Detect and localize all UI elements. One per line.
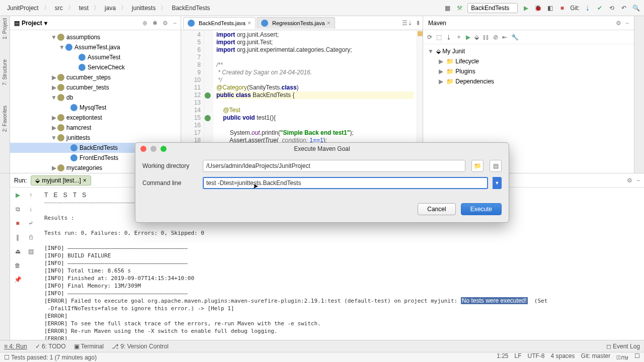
side-tab[interactable]: 7: Structure (2, 59, 8, 85)
breadcrumb-item[interactable]: JunitProject (4, 4, 42, 13)
dialog-titlebar[interactable]: Execute Maven Goal (135, 143, 509, 155)
breadcrumb-item[interactable]: test (76, 4, 92, 13)
tree-item[interactable]: MysqlTest (10, 103, 181, 113)
rerun-icon[interactable]: ▶ (12, 190, 23, 201)
toggle-icon[interactable]: ⫿⫿ (483, 34, 489, 41)
collapse-icon[interactable]: ⇤ (502, 34, 507, 41)
pause-icon[interactable]: ‖ (12, 232, 23, 243)
git-history-icon[interactable]: ⟲ (608, 4, 616, 12)
debug-icon[interactable]: 🐞 (534, 4, 542, 12)
pin-icon[interactable]: 📌 (12, 274, 23, 285)
stop-icon[interactable]: ■ (558, 4, 566, 12)
close-icon[interactable] (140, 146, 146, 152)
status-item[interactable]: UTF-8 (528, 352, 545, 362)
maven-root[interactable]: ▼⬙ My Junit (425, 46, 632, 56)
side-tab[interactable]: 1: Project (2, 18, 8, 39)
gear-icon[interactable]: ⚙ (616, 20, 621, 27)
wrench-icon[interactable]: 🔧 (511, 34, 519, 41)
tree-item[interactable]: ▼junittests (10, 133, 181, 143)
maven-node[interactable]: ▶📁 Lifecycle (425, 56, 632, 66)
tree-item[interactable]: ▼assumptions (10, 32, 181, 42)
hammer-icon[interactable]: ⚒ (455, 4, 463, 12)
command-history-dropdown[interactable]: ▼ (493, 177, 502, 189)
hide-icon[interactable]: − (173, 20, 177, 27)
event-log-tab[interactable]: ◻ Event Log (606, 343, 640, 350)
git-update-icon[interactable]: ⭭ (584, 4, 592, 12)
cancel-button[interactable]: Cancel (418, 203, 455, 215)
editor-dropdown-icon[interactable]: ☰⇣ (402, 20, 413, 27)
execute-icon[interactable]: ⬙ (474, 34, 479, 41)
maven-node[interactable]: ▶📁 Dependencies (425, 76, 632, 86)
bottom-tab[interactable]: ▣ Terminal (74, 343, 104, 350)
left-tool-stripe: 1: Project7: Structure2: Favorites (0, 16, 10, 173)
search-icon[interactable]: 🔍 (632, 4, 640, 12)
project-header: ▤ Project ▾ ⊕ ✱ ⚙ − (10, 16, 181, 30)
wrap-icon[interactable]: ⤶ (25, 218, 36, 229)
tree-item[interactable]: ▼db (10, 93, 181, 103)
tree-item[interactable]: ServiceCheck (10, 62, 181, 72)
gear-icon[interactable]: ⚙ (627, 177, 632, 184)
tree-item[interactable]: ▶cucumber_steps (10, 72, 181, 82)
coverage-icon[interactable]: ◧ (546, 4, 554, 12)
breadcrumb: JunitProject〉src〉test〉java〉junittests〉Ba… (4, 4, 441, 13)
run-icon[interactable]: ▶ (466, 34, 470, 41)
maximize-icon[interactable] (160, 146, 167, 152)
generate-icon[interactable]: ⬚ (436, 34, 442, 41)
right-tool-stripe (634, 16, 644, 173)
target-icon[interactable]: ⊕ (142, 20, 147, 27)
status-item[interactable]: LF (515, 352, 522, 362)
tree-item[interactable]: ▶exceptiontest (10, 113, 181, 123)
editor-tab[interactable]: BackEndTests.java × (183, 17, 256, 29)
tree-item[interactable]: ▼AssumeTest.java (10, 42, 181, 52)
git-revert-icon[interactable]: ↶ (620, 4, 628, 12)
editor-list-icon[interactable]: ⬍ (416, 20, 421, 27)
layout-icon[interactable]: ▦ (443, 4, 451, 12)
bottom-tab[interactable]: ✓ 6: TODO (35, 343, 66, 350)
exit-icon[interactable]: ⏏ (12, 246, 23, 257)
download-icon[interactable]: ⭳ (446, 34, 452, 41)
close-icon[interactable]: × (327, 20, 331, 27)
status-item[interactable]: 1:25 (497, 352, 508, 362)
editor-tab[interactable]: RegressionTests.java × (257, 17, 335, 29)
breadcrumb-item[interactable]: BackEndTests (169, 4, 213, 13)
side-tab[interactable]: 2: Favorites (2, 106, 8, 132)
stop-icon[interactable]: ■ (12, 218, 23, 229)
add-icon[interactable]: ＋ (456, 33, 462, 41)
close-icon[interactable]: × (248, 20, 251, 27)
status-item[interactable]: ☐ (634, 352, 640, 362)
hide-icon[interactable]: − (636, 177, 640, 184)
project-title[interactable]: ▤ Project ▾ (14, 20, 47, 27)
maven-node[interactable]: ▶📁 Plugins (425, 66, 632, 76)
tree-item[interactable]: ▶hamcrest (10, 123, 181, 133)
offline-icon[interactable]: ⊘ (493, 34, 498, 41)
breadcrumb-item[interactable]: junittests (129, 4, 158, 13)
gear-icon[interactable]: ⚙ (163, 20, 168, 27)
git-commit-icon[interactable]: ✔ (596, 4, 604, 12)
run-config-dropdown[interactable]: BackEndTests (467, 3, 518, 13)
status-item[interactable]: �ักษ (616, 352, 628, 362)
project-folder-icon[interactable]: ▤ (490, 160, 502, 172)
run-icon[interactable]: ▶ (522, 4, 530, 12)
execute-button[interactable]: Execute (461, 203, 502, 215)
browse-folder-icon[interactable]: 📁 (471, 160, 484, 172)
scroll-icon[interactable]: ▤ (25, 246, 36, 257)
refresh-icon[interactable]: ⟳ (427, 34, 432, 41)
up-icon[interactable]: ↑ (25, 190, 36, 201)
bottom-tab[interactable]: ⎇ 9: Version Control (112, 343, 169, 350)
breadcrumb-item[interactable]: src (52, 4, 66, 13)
tree-item[interactable]: ▶cucumber_tests (10, 82, 181, 93)
tree-item[interactable]: AssumeTest (10, 52, 181, 62)
down-icon[interactable]: ↓ (25, 204, 36, 215)
print-icon[interactable]: ⎙ (25, 232, 36, 243)
delete-icon[interactable]: 🗑 (12, 260, 23, 271)
status-item[interactable]: Git: master (581, 352, 611, 362)
status-item[interactable]: 4 spaces (551, 352, 575, 362)
run-tab[interactable]: ⬙ myjunit [test...] × (31, 175, 91, 186)
working-dir-input[interactable]: /Users/admin/IdeaProjects/JunitProject (203, 160, 465, 172)
attach-icon[interactable]: ⧉ (12, 204, 23, 215)
command-line-input[interactable]: test -Dtest=junittests.BackEndTests (203, 177, 488, 189)
bottom-tab[interactable]: ≡ 4: Run (4, 343, 27, 350)
breadcrumb-item[interactable]: java (102, 4, 119, 13)
expand-icon[interactable]: ✱ (152, 20, 157, 27)
hide-icon[interactable]: − (625, 20, 629, 27)
